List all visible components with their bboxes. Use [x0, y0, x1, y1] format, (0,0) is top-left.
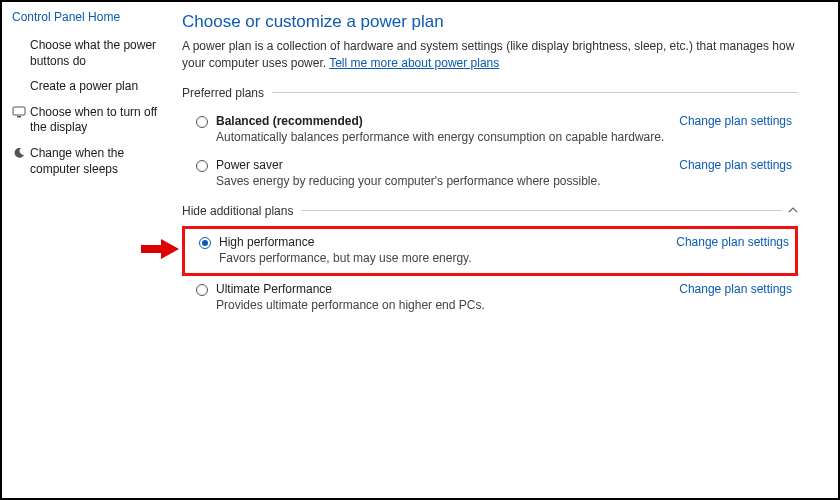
sidebar-item-label: Choose what the power buttons do [30, 38, 172, 69]
plan-info: Balanced (recommended) Automatically bal… [216, 114, 669, 144]
divider [301, 210, 782, 211]
sidebar-item-display-off[interactable]: Choose when to turn off the display [12, 105, 172, 136]
svg-rect-1 [17, 116, 21, 118]
preferred-plans-header: Preferred plans [182, 86, 798, 100]
divider [272, 92, 798, 93]
display-icon [12, 105, 26, 119]
sidebar-item-label: Change when the computer sleeps [30, 146, 172, 177]
blank-icon [12, 79, 26, 93]
plan-ultimate: Ultimate Performance Provides ultimate p… [182, 276, 798, 320]
section-label: Hide additional plans [182, 204, 293, 218]
plan-name: High performance [219, 235, 666, 249]
plan-description: Favors performance, but may use more ene… [219, 251, 666, 265]
sidebar: Control Panel Home Choose what the power… [2, 2, 182, 498]
learn-more-link[interactable]: Tell me more about power plans [329, 56, 499, 70]
control-panel-home-link[interactable]: Control Panel Home [12, 10, 172, 24]
additional-plans-toggle[interactable]: Hide additional plans [182, 204, 798, 218]
chevron-up-icon [788, 205, 798, 217]
change-plan-settings-link[interactable]: Change plan settings [676, 235, 789, 249]
plan-info: Power saver Saves energy by reducing you… [216, 158, 669, 188]
plan-highperformance: High performance Favors performance, but… [182, 226, 798, 276]
plan-description: Automatically balances performance with … [216, 130, 669, 144]
plan-powersaver: Power saver Saves energy by reducing you… [182, 152, 798, 196]
radio-balanced[interactable] [196, 116, 208, 128]
radio-ultimate[interactable] [196, 284, 208, 296]
blank-icon [12, 38, 26, 52]
change-plan-settings-link[interactable]: Change plan settings [679, 158, 792, 172]
change-plan-settings-link[interactable]: Change plan settings [679, 114, 792, 128]
section-label: Preferred plans [182, 86, 264, 100]
change-plan-settings-link[interactable]: Change plan settings [679, 282, 792, 296]
plan-description: Saves energy by reducing your computer's… [216, 174, 669, 188]
sidebar-item-label: Choose when to turn off the display [30, 105, 172, 136]
sidebar-item-power-buttons[interactable]: Choose what the power buttons do [12, 38, 172, 69]
sidebar-item-label: Create a power plan [30, 79, 138, 95]
page-title: Choose or customize a power plan [182, 12, 798, 32]
plan-description: Provides ultimate performance on higher … [216, 298, 669, 312]
plan-balanced: Balanced (recommended) Automatically bal… [182, 108, 798, 152]
svg-rect-0 [13, 107, 25, 115]
plan-name: Balanced (recommended) [216, 114, 669, 128]
radio-powersaver[interactable] [196, 160, 208, 172]
plan-name: Power saver [216, 158, 669, 172]
plan-name: Ultimate Performance [216, 282, 669, 296]
plan-info: High performance Favors performance, but… [219, 235, 666, 265]
sidebar-item-sleep[interactable]: Change when the computer sleeps [12, 146, 172, 177]
plan-info: Ultimate Performance Provides ultimate p… [216, 282, 669, 312]
page-description: A power plan is a collection of hardware… [182, 38, 798, 72]
sidebar-item-create-plan[interactable]: Create a power plan [12, 79, 172, 95]
moon-icon [12, 146, 26, 160]
radio-highperformance[interactable] [199, 237, 211, 249]
main-content: Choose or customize a power plan A power… [182, 2, 838, 498]
